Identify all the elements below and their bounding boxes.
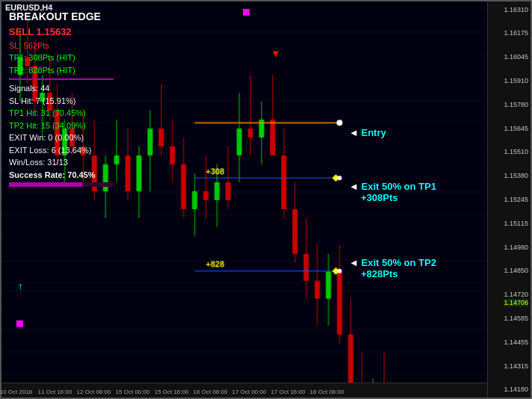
price-label: 1.15380: [504, 172, 528, 179]
price-label: 1.15510: [504, 148, 528, 155]
price-label: 1.14720: [504, 291, 528, 298]
price-label: 1.16045: [504, 53, 528, 61]
price-label: 1.14455: [504, 338, 528, 346]
price-scale: 1.163101.161751.160451.159101.157801.156…: [487, 1, 531, 398]
price-label: 1.14315: [504, 362, 528, 370]
price-label: 1.16310: [504, 6, 528, 13]
chart-container: BREAKOUT EDGE SELL 1.15632 SL: 562Pts TP…: [0, 0, 532, 399]
date-label: 11 Oct 16:00: [38, 389, 72, 395]
date-label: 10 Oct 2018: [0, 389, 32, 395]
price-label: 1.15645: [504, 125, 528, 132]
price-label: 1.15245: [504, 196, 528, 203]
date-label: 15 Oct 16:00: [155, 389, 189, 395]
date-label: 18 Oct 08:00: [310, 389, 344, 395]
price-label: 1.15115: [504, 220, 528, 227]
date-label: 16 Oct 08:00: [194, 389, 228, 395]
price-label: 1.15780: [504, 101, 528, 108]
date-scale: 10 Oct 201811 Oct 16:0012 Oct 08:0015 Oc…: [1, 383, 487, 398]
date-label: 17 Oct 16:00: [271, 389, 306, 395]
price-label: 1.16175: [504, 29, 528, 37]
price-label: 1.14850: [504, 267, 528, 274]
chart-canvas: [1, 1, 531, 398]
price-label: 1.15910: [504, 77, 528, 84]
price-label: 1.14980: [504, 244, 528, 251]
price-label: 1.14706: [504, 299, 528, 306]
price-label: 1.14180: [504, 386, 528, 393]
date-label: 12 Oct 08:00: [77, 389, 111, 395]
price-label: 1.14585: [504, 315, 528, 322]
date-label: 15 Oct 00:00: [116, 389, 150, 395]
date-label: 17 Oct 00:00: [232, 389, 267, 395]
